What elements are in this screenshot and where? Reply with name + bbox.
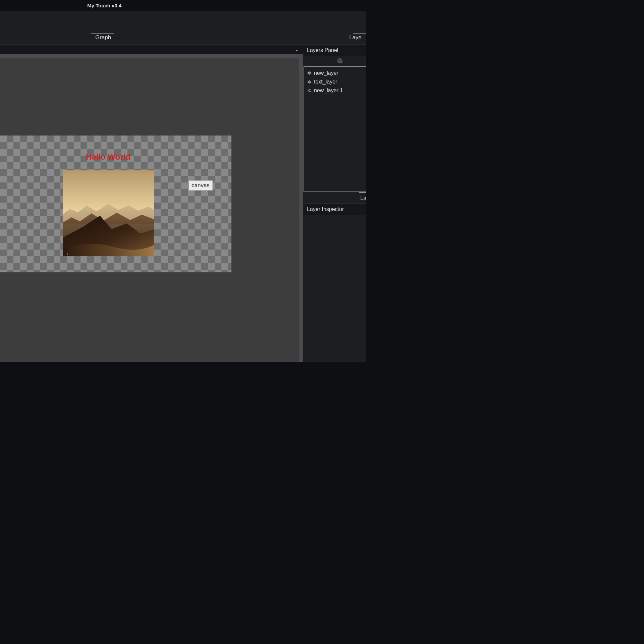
main-tabstrip: Graph Laye <box>0 11 366 44</box>
layer-row[interactable]: ✲ text_layer <box>304 77 366 86</box>
tab-layer-inspector[interactable]: Laye <box>360 195 366 203</box>
layers-toolbar <box>304 56 366 66</box>
canvas-tooltip: canvas <box>189 180 213 191</box>
cursor-indicator-icon: ▷ <box>66 252 68 256</box>
gear-icon: ✲ <box>307 88 311 93</box>
gear-icon: ✲ <box>307 79 311 85</box>
layer-row[interactable]: ✲ new_layer <box>304 69 366 77</box>
right-column: Layers Panel ✲ new_layer ✲ text_layer ✲ <box>304 44 366 362</box>
layer-inspector-title: Layer Inspector <box>304 203 366 215</box>
inspector-tabstrip: Laye <box>304 192 366 203</box>
gear-icon: ✲ <box>307 70 311 76</box>
duplicate-layer-icon[interactable] <box>337 58 343 64</box>
desert-image-icon <box>63 170 154 256</box>
delete-layer-icon[interactable] <box>365 58 366 64</box>
layers-list: ✲ new_layer ✲ text_layer ✲ new_layer 1 <box>304 66 366 192</box>
canvas-text-overlay[interactable]: Hello World <box>86 152 130 162</box>
canvas-image-layer[interactable] <box>63 170 154 256</box>
viewport-header: ⌄ <box>0 44 304 54</box>
tab-graph[interactable]: Graph <box>91 32 116 44</box>
layer-name: new_layer <box>314 70 338 76</box>
layer-name: text_layer <box>314 79 337 85</box>
titlebar: My Touch v0.4 <box>0 0 366 11</box>
main-area: ⌄ Hello World <box>0 44 366 362</box>
layer-inspector-body <box>304 215 366 362</box>
bottom-bar <box>0 362 366 366</box>
app-title: My Touch v0.4 <box>87 3 121 8</box>
tab-layers[interactable]: Laye <box>344 32 366 44</box>
tab-underline-inspector <box>359 192 366 193</box>
layers-panel-title: Layers Panel <box>304 44 366 56</box>
svg-rect-2 <box>338 59 341 62</box>
layer-name: new_layer 1 <box>314 88 343 94</box>
layer-row[interactable]: ✲ new_layer 1 <box>304 86 366 95</box>
viewport[interactable]: Hello World <box>0 54 304 362</box>
svg-rect-1 <box>339 60 342 63</box>
chevron-down-icon[interactable]: ⌄ <box>295 47 299 52</box>
viewport-column: ⌄ Hello World <box>0 44 304 362</box>
